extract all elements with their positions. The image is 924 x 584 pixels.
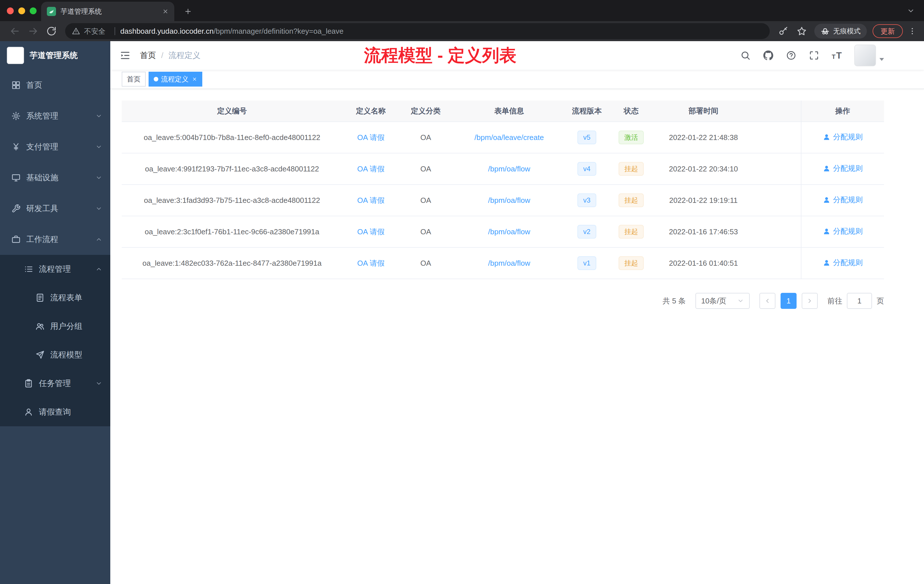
cell-status: 激活 [607,122,655,153]
definition-name-link[interactable]: OA 请假 [357,259,384,267]
breadcrumb-home[interactable]: 首页 [140,50,156,61]
page-number-button[interactable]: 1 [780,293,797,309]
column-header: 操作 [801,101,884,122]
version-tag: v5 [578,130,596,144]
column-header: 定义编号 [122,101,342,122]
assign-rule-link[interactable]: 分配规则 [823,163,863,173]
view-tag[interactable]: 流程定义 [148,72,202,87]
form-link[interactable]: /bpm/oa/flow [488,259,530,267]
fullscreen-icon[interactable] [809,50,819,61]
sidebar-item-devtools[interactable]: 研发工具 [0,193,110,224]
tag-close-icon[interactable] [192,77,197,82]
sidebar-menu-item-label: 用户分组 [50,321,82,332]
bookmark-star-icon[interactable] [797,26,807,36]
browser-menu-icon[interactable] [908,27,917,35]
form-link[interactable]: /bpm/oa/flow [488,165,530,173]
sidebar-item-gear[interactable]: 系统管理 [0,101,110,132]
assign-rule-link[interactable]: 分配规则 [823,132,863,142]
column-header: 流程版本 [566,101,607,122]
sidebar-item-process-manage[interactable]: 流程管理 [0,255,110,284]
user-avatar[interactable] [854,45,884,66]
payment-icon [12,142,21,152]
navbar-actions: TT [740,41,884,70]
page-content: 定义编号定义名称定义分类表单信息流程版本状态部署时间操作 oa_leave:5:… [110,89,924,584]
cell-actions: 分配规则 [801,153,884,185]
sidebar-toggle-icon[interactable] [119,50,131,61]
column-header: 定义名称 [342,101,399,122]
cell-version: v2 [566,216,607,247]
active-dot [154,77,158,81]
goto-page: 前往 页 [827,293,884,309]
view-tag[interactable]: 首页 [122,72,146,87]
annotation-title: 流程模型 - 定义列表 [364,44,516,67]
breadcrumb-separator: / [161,51,163,60]
sidebar-item-model[interactable]: 流程模型 [0,341,110,369]
cell-definition-name: OA 请假 [342,122,399,153]
assign-rule-link[interactable]: 分配规则 [823,195,863,205]
logo-avatar [7,47,24,64]
search-icon[interactable] [740,50,751,61]
form-link[interactable]: /bpm/oa/flow [488,196,530,205]
definitions-table: 定义编号定义名称定义分类表单信息流程版本状态部署时间操作 oa_leave:5:… [122,101,884,279]
forward-icon[interactable] [28,26,38,36]
definition-name-link[interactable]: OA 请假 [357,228,384,236]
version-tag: v2 [578,225,596,239]
back-icon[interactable] [10,26,20,36]
tab-close-icon[interactable] [162,8,168,15]
goto-label: 前往 [827,296,842,306]
tab-search-icon[interactable] [907,7,915,15]
cell-category: OA [399,216,452,247]
sidebar-item-form[interactable]: 流程表单 [0,284,110,312]
window-close-button[interactable] [7,7,14,14]
column-spacer [752,101,801,122]
devtools-icon [12,204,21,213]
form-link[interactable]: /bpm/oa/leave/create [475,133,544,142]
definition-name-link[interactable]: OA 请假 [357,165,384,173]
chevron-right-icon [806,297,813,304]
app-logo[interactable]: 芋道管理系统 [0,41,110,70]
next-page-button[interactable] [802,293,818,309]
table-row: oa_leave:5:004b710b-7b8a-11ec-8ef0-acde4… [122,122,884,153]
page-size-select[interactable]: 10条/页 [695,293,750,309]
cell-definition-id: oa_leave:5:004b710b-7b8a-11ec-8ef0-acde4… [122,122,342,153]
sidebar-menu-item-label: 基础设施 [26,172,58,183]
breadcrumb-current: 流程定义 [168,50,201,61]
sidebar-item-workflow[interactable]: 工作流程 [0,224,110,255]
sidebar-item-payment[interactable]: 支付管理 [0,132,110,162]
top-navbar: 首页 / 流程定义 流程模型 - 定义列表 TT [110,41,924,70]
cell-version: v3 [566,185,607,216]
cell-deploy-time: 2022-01-16 01:40:51 [655,247,752,279]
sidebar-item-infrastructure[interactable]: 基础设施 [0,162,110,193]
update-button[interactable]: 更新 [873,24,903,38]
omnibox-divider [115,27,115,35]
reload-icon[interactable] [46,26,56,36]
definition-name-link[interactable]: OA 请假 [357,196,384,205]
prev-page-button[interactable] [759,293,776,309]
sidebar-item-home[interactable]: 首页 [0,70,110,101]
cell-category: OA [399,122,452,153]
new-tab-button[interactable] [184,7,192,15]
key-icon[interactable] [778,26,789,36]
font-size-icon[interactable]: TT [832,51,842,60]
help-icon[interactable] [786,50,796,61]
sidebar-menu-item-label: 支付管理 [26,142,58,152]
process-manage-icon [24,265,33,274]
url-path: /bpm/manager/definition?key=oa_leave [214,27,344,35]
assign-rule-link[interactable]: 分配规则 [823,258,863,268]
definition-name-link[interactable]: OA 请假 [357,133,384,142]
sidebar-item-leave-query[interactable]: 请假查询 [0,398,110,426]
window-fullscreen-button[interactable] [30,7,36,14]
goto-page-input[interactable] [847,293,872,309]
github-icon[interactable] [763,50,774,61]
form-link[interactable]: /bpm/oa/flow [488,228,530,236]
assign-user-icon [823,196,830,204]
assign-rule-link[interactable]: 分配规则 [823,226,863,236]
table-row: oa_leave:3:1fad3d93-7b75-11ec-a3c8-acde4… [122,185,884,216]
window-minimize-button[interactable] [18,7,25,14]
sidebar-item-task[interactable]: 任务管理 [0,369,110,398]
cell-spacer [752,247,801,279]
sidebar-item-user-group[interactable]: 用户分组 [0,312,110,341]
address-bar[interactable]: 不安全 dashboard.yudao.iocoder.cn/bpm/manag… [65,23,770,39]
chevron-icon [96,380,102,387]
browser-tab[interactable]: 芋道管理系统 [41,2,174,21]
